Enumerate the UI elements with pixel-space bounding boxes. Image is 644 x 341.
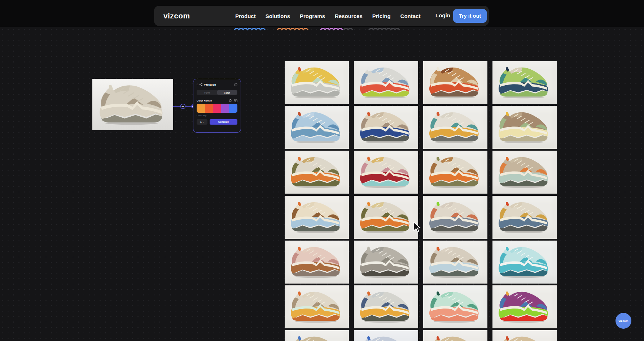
shoe-image bbox=[357, 289, 415, 325]
variation-tile-19[interactable] bbox=[423, 241, 487, 284]
vizcom-logo[interactable]: vizcom bbox=[163, 12, 190, 20]
shoe-image bbox=[288, 64, 346, 101]
variation-tile-14[interactable] bbox=[354, 196, 418, 239]
shoe-image bbox=[96, 81, 170, 128]
refresh-icon[interactable] bbox=[229, 99, 232, 102]
variation-tile-5[interactable] bbox=[285, 106, 349, 149]
shoe-image bbox=[496, 199, 553, 236]
variation-tile-1[interactable] bbox=[285, 61, 349, 104]
panel-bottom-row: 1 ▾ Generate bbox=[197, 119, 237, 125]
shoe-image bbox=[496, 244, 553, 280]
variation-tile-9[interactable] bbox=[285, 151, 349, 194]
scribble-stroke-5 bbox=[368, 27, 403, 31]
minus-node-icon[interactable] bbox=[181, 104, 185, 109]
scribble-stroke-4 bbox=[343, 27, 355, 31]
vizcom-chat-badge[interactable]: vizcom bbox=[615, 313, 631, 329]
variation-tile-7[interactable] bbox=[423, 106, 487, 149]
variation-panel: ‹ Variation FormColor Color Palette Cora… bbox=[193, 79, 241, 133]
variation-tile-4[interactable] bbox=[492, 61, 557, 104]
variation-tile-17[interactable] bbox=[285, 241, 349, 284]
palette-swatch-3[interactable] bbox=[213, 104, 221, 113]
variation-tile-11[interactable] bbox=[423, 151, 487, 194]
variation-tile-23[interactable] bbox=[423, 285, 487, 328]
tab-color[interactable]: Color bbox=[217, 90, 237, 95]
variation-tile-8[interactable] bbox=[492, 106, 557, 149]
variation-tile-2[interactable] bbox=[354, 61, 418, 104]
top-navbar: vizcom ProductSolutionsProgramsResources… bbox=[154, 6, 489, 26]
count-dropdown[interactable]: 1 ▾ bbox=[197, 119, 207, 125]
variation-icon bbox=[199, 83, 202, 86]
nav-link-contact[interactable]: Contact bbox=[400, 13, 421, 19]
generate-button[interactable]: Generate bbox=[210, 119, 237, 125]
shoe-image bbox=[426, 154, 484, 190]
variation-tile-6[interactable] bbox=[354, 106, 418, 149]
scribble-stroke-1 bbox=[234, 27, 268, 31]
variation-tile-13[interactable] bbox=[285, 196, 349, 239]
paste-icon[interactable] bbox=[234, 99, 237, 102]
nav-link-resources[interactable]: Resources bbox=[335, 13, 363, 19]
scribble-stroke-3 bbox=[320, 27, 343, 31]
dropdown-chevron-icon: ▾ bbox=[203, 121, 204, 123]
variation-tile-27[interactable] bbox=[423, 330, 487, 341]
panel-header: ‹ Variation bbox=[197, 82, 237, 87]
nav-links: ProductSolutionsProgramsResourcesPricing… bbox=[235, 6, 420, 26]
variation-tile-22[interactable] bbox=[354, 285, 418, 328]
variation-tile-12[interactable] bbox=[492, 151, 557, 194]
palette-swatch-1[interactable] bbox=[197, 104, 205, 113]
info-icon[interactable] bbox=[234, 83, 237, 86]
variation-tile-25[interactable] bbox=[285, 330, 349, 341]
login-link[interactable]: Login bbox=[435, 12, 450, 18]
shoe-image bbox=[496, 333, 553, 341]
color-palette-label: Color Palette bbox=[197, 99, 212, 102]
variation-tile-18[interactable] bbox=[354, 241, 418, 284]
variation-tile-20[interactable] bbox=[492, 241, 557, 284]
shoe-image bbox=[426, 109, 484, 146]
color-palette-row: Color Palette bbox=[197, 99, 237, 102]
palette-swatch-5[interactable] bbox=[229, 104, 237, 113]
scribble-stroke-2 bbox=[277, 27, 311, 31]
variation-tile-16[interactable] bbox=[492, 196, 557, 239]
nav-link-product[interactable]: Product bbox=[235, 13, 256, 19]
source-shoe-image[interactable] bbox=[92, 79, 173, 130]
variation-tile-3[interactable] bbox=[423, 61, 487, 104]
back-chevron-icon[interactable]: ‹ bbox=[197, 83, 198, 86]
shoe-image bbox=[357, 109, 415, 146]
tab-form[interactable]: Form bbox=[197, 90, 217, 95]
shoe-image bbox=[288, 333, 346, 341]
shoe-image bbox=[496, 64, 553, 101]
palette-swatch-4[interactable] bbox=[221, 104, 229, 113]
try-it-out-button[interactable]: Try it out bbox=[453, 9, 487, 23]
shoe-image bbox=[426, 64, 484, 101]
shoe-image bbox=[288, 154, 346, 190]
palette-swatch-2[interactable] bbox=[205, 104, 213, 113]
shoe-image bbox=[426, 199, 484, 236]
shoe-image bbox=[357, 333, 415, 341]
shoe-image bbox=[496, 289, 553, 325]
variation-tile-10[interactable] bbox=[354, 151, 418, 194]
shoe-image bbox=[496, 154, 553, 190]
color-palette-swatches[interactable] bbox=[197, 104, 237, 113]
shoe-image bbox=[357, 154, 415, 190]
variation-tile-26[interactable] bbox=[354, 330, 418, 341]
shoe-image bbox=[426, 333, 484, 341]
variation-tile-15[interactable] bbox=[423, 196, 487, 239]
count-value: 1 bbox=[200, 121, 202, 123]
shoe-image bbox=[288, 244, 346, 280]
variation-tile-24[interactable] bbox=[492, 285, 557, 328]
shoe-image bbox=[426, 289, 484, 325]
shoe-image bbox=[357, 199, 415, 236]
shoe-image bbox=[357, 244, 415, 280]
variation-tile-28[interactable] bbox=[492, 330, 557, 341]
shoe-image bbox=[288, 109, 346, 146]
variation-tile-21[interactable] bbox=[285, 285, 349, 328]
app-root: vizcom ProductSolutionsProgramsResources… bbox=[0, 0, 644, 341]
panel-tabs: FormColor bbox=[197, 90, 237, 95]
nav-link-solutions[interactable]: Solutions bbox=[266, 13, 290, 19]
nav-link-programs[interactable]: Programs bbox=[300, 13, 325, 19]
shoe-image bbox=[288, 199, 346, 236]
panel-title: Variation bbox=[204, 83, 216, 86]
shoe-image bbox=[426, 244, 484, 280]
shoe-image bbox=[357, 64, 415, 101]
shoe-image bbox=[496, 109, 553, 146]
nav-link-pricing[interactable]: Pricing bbox=[372, 13, 391, 19]
